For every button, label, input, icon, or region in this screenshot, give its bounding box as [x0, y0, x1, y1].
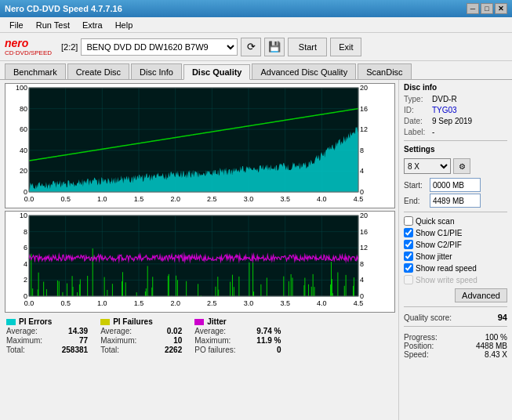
exit-button[interactable]: Exit	[330, 38, 361, 56]
show-write-speed-checkbox[interactable]	[404, 275, 413, 284]
drive-select[interactable]: BENQ DVD DD DW1620 B7W9	[81, 38, 238, 56]
jitter-max-label: Maximum:	[194, 336, 231, 345]
maximize-button[interactable]: □	[481, 3, 493, 14]
pi-failures-total-label: Total:	[100, 346, 119, 354]
disc-id-label: ID:	[404, 106, 429, 114]
disc-id-value: TYG03	[432, 106, 457, 114]
close-button[interactable]: ✕	[495, 3, 507, 14]
pi-failures-legend-color	[100, 319, 110, 325]
pi-errors-group: PI Errors Average: 14.39 Maximum: 77 Tot…	[6, 317, 88, 354]
pi-errors-legend-label: PI Errors	[19, 317, 52, 326]
separator-2	[404, 212, 507, 212]
tab-disc-info[interactable]: Disc Info	[131, 63, 182, 79]
tab-benchmark[interactable]: Benchmark	[5, 63, 66, 79]
end-input[interactable]	[430, 194, 481, 208]
disc-label-label: Label:	[404, 128, 429, 136]
show-write-speed-label: Show write speed	[416, 276, 478, 284]
jitter-po-label: PO failures:	[194, 346, 235, 354]
jitter-avg-value: 9.74 %	[242, 327, 281, 335]
disc-date-row: Date: 9 Sep 2019	[404, 117, 507, 125]
pi-errors-avg-label: Average:	[6, 327, 38, 335]
show-c2-checkbox[interactable]	[404, 240, 413, 249]
disc-label-value: -	[432, 128, 434, 136]
pi-errors-total-value: 258381	[49, 346, 88, 354]
pi-failures-total-value: 2262	[143, 346, 182, 354]
show-write-speed-row: Show write speed	[404, 275, 507, 284]
show-jitter-label[interactable]: Show jitter	[416, 252, 452, 261]
progress-label: Progress:	[404, 333, 438, 342]
pi-failures-legend-label: PI Failures	[113, 317, 153, 326]
scan-range: Start: End:	[404, 178, 507, 208]
end-label: End:	[404, 197, 427, 205]
start-input[interactable]	[430, 178, 481, 192]
menu-run-test[interactable]: Run Test	[30, 17, 76, 32]
disc-label-row: Label: -	[404, 128, 507, 136]
pi-errors-avg-value: 14.39	[49, 327, 88, 335]
minimize-button[interactable]: ─	[467, 3, 479, 14]
start-row: Start:	[404, 178, 507, 192]
separator-1	[404, 140, 507, 141]
show-c1-row: Show C1/PIE	[404, 228, 507, 237]
tab-scan-disc[interactable]: ScanDisc	[358, 63, 411, 79]
pi-failures-group: PI Failures Average: 0.02 Maximum: 10 To…	[100, 317, 182, 354]
disc-type-label: Type:	[404, 95, 429, 103]
advanced-button[interactable]: Advanced	[455, 288, 507, 302]
speed-select[interactable]: 8 X Max 2 X 4 X 12 X 16 X	[404, 158, 451, 174]
quality-score-label: Quality score:	[404, 313, 452, 322]
jitter-legend-color	[194, 319, 204, 325]
progress-value: 100 %	[485, 333, 507, 342]
main-content: PI Errors Average: 14.39 Maximum: 77 Tot…	[0, 80, 512, 420]
nero-logo: nero CD·DVD/SPEED	[5, 37, 52, 56]
show-c1-checkbox[interactable]	[404, 228, 413, 237]
start-button[interactable]: Start	[288, 38, 327, 56]
menu-file[interactable]: File	[3, 17, 30, 32]
quality-score-row: Quality score: 94	[404, 313, 507, 322]
tab-disc-quality[interactable]: Disc Quality	[183, 64, 251, 80]
pi-errors-max-label: Maximum:	[6, 336, 42, 345]
show-read-speed-label[interactable]: Show read speed	[416, 264, 477, 273]
bottom-chart	[5, 211, 395, 313]
menu-extra[interactable]: Extra	[76, 17, 109, 32]
menu-help[interactable]: Help	[109, 17, 140, 32]
show-jitter-checkbox[interactable]	[404, 252, 413, 261]
show-c1-label[interactable]: Show C1/PIE	[416, 229, 462, 237]
chart-area: PI Errors Average: 14.39 Maximum: 77 Tot…	[0, 80, 398, 420]
disc-type-value: DVD-R	[432, 95, 457, 103]
tab-create-disc[interactable]: Create Disc	[67, 63, 129, 79]
right-panel: Disc info Type: DVD-R ID: TYG03 Date: 9 …	[398, 80, 512, 420]
show-c2-row: Show C2/PIF	[404, 240, 507, 249]
pi-failures-max-value: 10	[143, 336, 182, 345]
menu-bar: File Run Test Extra Help	[0, 17, 512, 33]
jitter-avg-label: Average:	[194, 327, 226, 335]
end-row: End:	[404, 194, 507, 208]
start-label: Start:	[404, 181, 427, 190]
quick-scan-checkbox[interactable]	[404, 216, 413, 226]
refresh-icon-button[interactable]: ⟳	[241, 38, 261, 56]
tab-advanced-disc-quality[interactable]: Advanced Disc Quality	[252, 63, 356, 79]
title-bar: Nero CD-DVD Speed 4.7.7.16 ─ □ ✕	[0, 0, 512, 17]
disc-date-value: 9 Sep 2019	[432, 117, 472, 125]
app-title: Nero CD-DVD Speed 4.7.7.16	[5, 4, 122, 13]
settings-title: Settings	[404, 145, 507, 154]
settings-speed-row: 8 X Max 2 X 4 X 12 X 16 X ⚙	[404, 158, 507, 174]
quick-scan-label[interactable]: Quick scan	[416, 217, 454, 226]
disc-date-label: Date:	[404, 117, 429, 125]
jitter-po-value: 0	[242, 346, 281, 354]
disc-type-row: Type: DVD-R	[404, 95, 507, 103]
jitter-group: Jitter Average: 9.74 % Maximum: 11.9 % P…	[194, 317, 281, 354]
speed-value: 8.43 X	[485, 350, 507, 359]
nero-logo-text: nero	[5, 37, 52, 49]
save-icon-button[interactable]: 💾	[264, 38, 285, 56]
show-read-speed-checkbox[interactable]	[404, 263, 413, 273]
speed-row: Speed: 8.43 X	[404, 350, 507, 359]
disc-info-title: Disc info	[404, 83, 507, 92]
progress-row: Progress: 100 %	[404, 333, 507, 342]
progress-section: Progress: 100 % Position: 4488 MB Speed:…	[404, 333, 507, 359]
show-read-speed-row: Show read speed	[404, 263, 507, 273]
pi-errors-total-label: Total:	[6, 346, 25, 354]
show-c2-label[interactable]: Show C2/PIF	[416, 241, 462, 249]
jitter-max-value: 11.9 %	[242, 336, 281, 345]
separator-3	[404, 306, 507, 307]
speed-label: Speed:	[404, 350, 429, 359]
settings-icon-button[interactable]: ⚙	[453, 158, 470, 174]
